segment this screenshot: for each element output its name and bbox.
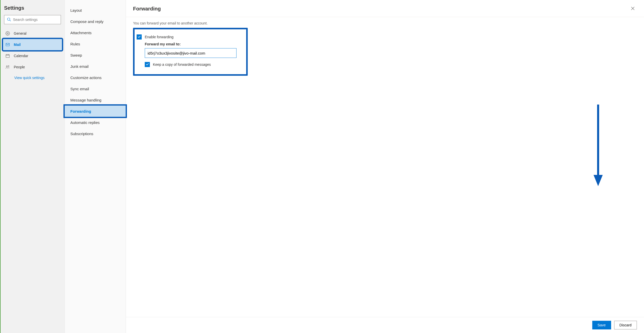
keep-copy-label: Keep a copy of forwarded messages <box>153 62 211 67</box>
main-body: You can forward your email to another ac… <box>126 17 644 317</box>
sub-subscriptions[interactable]: Subscriptions <box>65 128 126 139</box>
category-label: Calendar <box>14 54 28 58</box>
category-general[interactable]: General <box>3 28 62 39</box>
sub-automatic-replies[interactable]: Automatic replies <box>65 117 126 128</box>
svg-line-1 <box>10 20 11 21</box>
forward-to-input[interactable] <box>145 48 236 58</box>
view-quick-settings-link[interactable]: View quick settings <box>3 73 62 80</box>
settings-main-pane: Forwarding You can forward your email to… <box>126 0 644 333</box>
category-label: General <box>14 31 27 35</box>
forwarding-highlight-block: Enable forwarding Forward my email to: K… <box>133 28 248 76</box>
svg-point-0 <box>7 18 10 20</box>
enable-forwarding-label: Enable forwarding <box>145 35 174 39</box>
forwarding-intro: You can forward your email to another ac… <box>133 21 637 25</box>
check-icon <box>146 62 149 67</box>
category-label: People <box>14 65 25 69</box>
calendar-icon <box>5 54 10 58</box>
sub-attachments[interactable]: Attachments <box>65 27 126 38</box>
search-settings-input[interactable] <box>13 18 58 22</box>
discard-button[interactable]: Discard <box>614 321 637 329</box>
svg-point-2 <box>7 33 8 34</box>
svg-point-9 <box>8 66 9 67</box>
settings-title: Settings <box>3 3 62 15</box>
search-settings-wrap[interactable] <box>4 15 61 24</box>
sub-sync-email[interactable]: Sync email <box>65 83 126 94</box>
category-calendar[interactable]: Calendar <box>3 50 62 61</box>
enable-forwarding-checkbox[interactable] <box>137 34 142 40</box>
people-icon <box>5 65 10 69</box>
sub-junk-email[interactable]: Junk email <box>65 61 126 72</box>
sub-customize-actions[interactable]: Customize actions <box>65 72 126 83</box>
sub-message-handling[interactable]: Message handling <box>65 94 126 106</box>
category-label: Mail <box>14 43 21 47</box>
category-mail[interactable]: Mail <box>3 39 62 50</box>
category-people[interactable]: People <box>3 61 62 73</box>
sub-forwarding[interactable]: Forwarding <box>65 106 126 117</box>
close-icon <box>631 6 635 11</box>
check-icon <box>137 35 141 39</box>
keep-copy-checkbox[interactable] <box>145 62 150 67</box>
svg-rect-4 <box>6 55 9 58</box>
mail-icon <box>5 42 10 47</box>
svg-rect-3 <box>6 43 9 46</box>
gear-icon <box>5 31 10 36</box>
main-footer: Save Discard <box>126 317 644 333</box>
save-button[interactable]: Save <box>592 321 611 329</box>
main-header: Forwarding <box>126 0 644 17</box>
sub-compose-reply[interactable]: Compose and reply <box>65 16 126 27</box>
search-icon <box>7 17 11 22</box>
close-button[interactable] <box>629 5 637 13</box>
sub-layout[interactable]: Layout <box>65 5 126 16</box>
settings-subcategory-column: Layout Compose and reply Attachments Rul… <box>65 0 126 333</box>
sub-rules[interactable]: Rules <box>65 38 126 49</box>
main-heading: Forwarding <box>133 6 161 12</box>
forward-to-label: Forward my email to: <box>145 42 241 46</box>
svg-point-8 <box>6 66 8 67</box>
sub-sweep[interactable]: Sweep <box>65 49 126 61</box>
settings-category-column: Settings General Mail Calendar <box>0 0 65 333</box>
